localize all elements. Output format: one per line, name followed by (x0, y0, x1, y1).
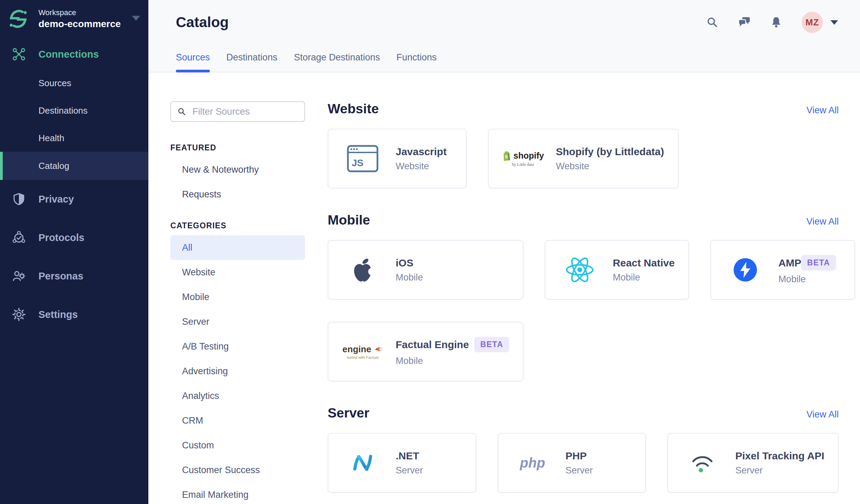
sidebar-item-catalog[interactable]: Catalog (0, 152, 148, 180)
source-card-dotnet[interactable]: .NET Server (328, 433, 476, 493)
card-title: AMP (778, 257, 801, 269)
tab-destinations[interactable]: Destinations (226, 52, 278, 72)
sidebar-item-label: Privacy (38, 194, 74, 205)
tab-storage-destinations[interactable]: Storage Destinations (294, 52, 380, 72)
connections-icon (12, 47, 26, 61)
avatar[interactable]: MZ (802, 12, 823, 33)
card-category: Mobile (778, 274, 841, 285)
sidebar-item-settings[interactable]: Settings (0, 295, 148, 334)
source-card-pixel-tracking-api[interactable]: Pixel Tracking API Server (667, 433, 839, 493)
chat-icon[interactable] (738, 16, 751, 28)
card-title: PHP (566, 450, 587, 462)
card-category: Mobile (396, 272, 509, 283)
sidebar-item-label: Connections (38, 49, 99, 60)
card-category: Mobile (613, 272, 675, 283)
source-card-javascript[interactable]: JS Javascript Website (328, 129, 467, 188)
category-item-ab-testing[interactable]: A/B Testing (170, 334, 305, 359)
sidebar-item-privacy[interactable]: Privacy (0, 180, 148, 218)
sidebar-item-label: Settings (38, 309, 78, 320)
svg-text:S: S (505, 154, 508, 159)
chevron-down-icon[interactable] (830, 20, 838, 25)
card-title: Pixel Tracking API (735, 450, 824, 462)
segment-logo-icon (8, 8, 29, 30)
category-item-website[interactable]: Website (170, 260, 305, 285)
featured-item-new-noteworthy[interactable]: New & Noteworthy (170, 157, 305, 182)
category-item-crm[interactable]: CRM (170, 408, 305, 433)
section-title: Website (328, 101, 379, 116)
sidebar-item-protocols[interactable]: Protocols (0, 218, 148, 257)
catalog-grid: Website View All (328, 101, 839, 504)
workspace-text: Workspace demo-ecommerce (38, 8, 130, 30)
sidebar-item-personas[interactable]: Personas (0, 257, 148, 295)
view-all-link[interactable]: View All (806, 105, 839, 116)
content-area: FEATURED New & Noteworthy Requests CATEG… (148, 72, 860, 504)
tab-sources[interactable]: Sources (176, 52, 210, 72)
section-website: Website View All (328, 101, 839, 188)
header-actions: MZ (706, 12, 838, 33)
category-item-email-marketing[interactable]: Email Marketing (170, 482, 305, 504)
card-category: Mobile (396, 356, 509, 366)
section-title: Mobile (328, 213, 370, 228)
sidebar: Workspace demo-ecommerce Connect (0, 0, 148, 504)
section-server: Server View All (328, 405, 839, 493)
featured-item-requests[interactable]: Requests (170, 182, 305, 207)
page-header: Catalog (148, 0, 860, 72)
sidebar-bottom-nav: Privacy Protocols (0, 180, 148, 334)
view-all-link[interactable]: View All (806, 216, 839, 227)
card-category: Server (566, 465, 632, 476)
app: Workspace demo-ecommerce Connect (0, 0, 860, 504)
source-card-shopify[interactable]: S shopify by Little data Shopify (by Lit (488, 129, 679, 188)
tab-functions[interactable]: Functions (396, 52, 437, 72)
category-item-all[interactable]: All (170, 235, 305, 260)
view-all-link[interactable]: View All (806, 409, 839, 420)
beta-badge: BETA (801, 255, 836, 271)
gear-icon (12, 308, 26, 321)
source-card-amp[interactable]: AMP BETA Mobile (710, 240, 855, 300)
sidebar-item-destinations[interactable]: Destinations (0, 97, 148, 124)
connections-subnav: Sources Destinations Health Catalog (0, 69, 148, 180)
source-card-php[interactable]: php PHP Server (498, 433, 646, 493)
sidebar-item-label: Personas (38, 271, 83, 282)
beta-badge: BETA (474, 337, 509, 352)
source-card-factual-engine[interactable]: engine fueled with Factual (328, 322, 523, 381)
main-area: Catalog (148, 0, 860, 504)
filter-sources-input[interactable] (192, 106, 298, 117)
sidebar-item-connections[interactable]: Connections (0, 45, 148, 64)
source-card-react-native[interactable]: React Native Mobile (545, 240, 689, 300)
personas-icon (12, 269, 26, 283)
card-category: Website (396, 161, 452, 172)
filter-sidebar: FEATURED New & Noteworthy Requests CATEG… (170, 101, 305, 504)
category-item-server[interactable]: Server (170, 309, 305, 334)
category-item-analytics[interactable]: Analytics (170, 383, 305, 408)
section-mobile: Mobile View All (328, 213, 839, 381)
card-title: Factual Engine (396, 339, 469, 351)
card-title: .NET (396, 450, 419, 462)
category-item-customer-success[interactable]: Customer Success (170, 458, 305, 482)
search-icon (177, 106, 186, 117)
sidebar-item-label: Catalog (38, 161, 69, 171)
pixel-wifi-icon (689, 453, 715, 473)
search-icon[interactable] (706, 16, 718, 28)
php-icon: php (520, 455, 545, 471)
card-category: Website (556, 161, 664, 172)
filter-sources-box[interactable] (170, 101, 305, 122)
sidebar-item-health[interactable]: Health (0, 124, 148, 152)
dotnet-icon (349, 452, 376, 474)
engine-icon: engine fueled with Factual (342, 344, 383, 359)
category-item-custom[interactable]: Custom (170, 433, 305, 458)
sidebar-item-sources[interactable]: Sources (0, 69, 148, 97)
category-item-advertising[interactable]: Advertising (170, 359, 305, 383)
source-card-ios[interactable]: iOS Mobile (328, 240, 523, 300)
active-indicator-bar (0, 152, 3, 180)
category-item-mobile[interactable]: Mobile (170, 285, 305, 309)
card-category: Server (396, 465, 462, 476)
card-category: Server (735, 465, 824, 476)
svg-text:JS: JS (352, 158, 363, 168)
workspace-switcher[interactable]: Workspace demo-ecommerce (0, 0, 148, 30)
section-title: Server (328, 405, 369, 421)
card-title: iOS (396, 257, 414, 269)
catalog-tabs: Sources Destinations Storage Destination… (148, 52, 860, 72)
sidebar-item-label: Health (38, 133, 64, 144)
user-menu[interactable]: MZ (802, 12, 838, 33)
bell-icon[interactable] (770, 16, 782, 28)
